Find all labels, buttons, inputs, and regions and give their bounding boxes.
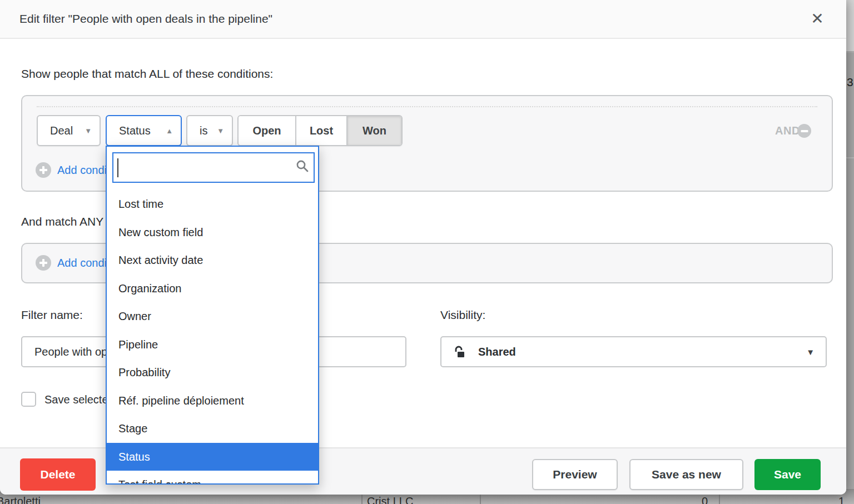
segment-option-open[interactable]: Open bbox=[239, 116, 296, 145]
background-cell-count2: 1 bbox=[838, 495, 845, 504]
preview-button[interactable]: Preview bbox=[532, 459, 618, 490]
visibility-selected-value: Shared bbox=[478, 346, 516, 358]
chevron-down-icon: ▼ bbox=[217, 127, 224, 135]
chevron-down-icon: ▼ bbox=[85, 127, 92, 135]
search-icon bbox=[296, 159, 309, 173]
filter-name-label: Filter name: bbox=[21, 308, 83, 322]
modal-header: Edit filter "People with open deals in t… bbox=[0, 0, 846, 39]
background-page-number: 3 bbox=[847, 76, 853, 89]
field-dropdown-item[interactable]: Pipeline bbox=[107, 331, 318, 359]
field-dropdown-list: Lost timeNew custom fieldNext activity d… bbox=[107, 190, 318, 485]
visibility-label: Visibility: bbox=[440, 308, 485, 322]
field-dropdown-item[interactable]: Organization bbox=[107, 275, 318, 303]
segment-option-lost[interactable]: Lost bbox=[296, 116, 347, 145]
close-icon[interactable]: ✕ bbox=[807, 9, 827, 29]
field-dropdown-item[interactable]: Status bbox=[107, 443, 318, 471]
condition-object-label: Deal bbox=[50, 124, 73, 137]
field-dropdown-item[interactable]: Next activity date bbox=[107, 246, 318, 275]
field-dropdown-item[interactable]: Owner bbox=[107, 302, 318, 331]
visibility-select[interactable]: Shared ▼ bbox=[440, 336, 827, 367]
and-operator-label: AND bbox=[775, 124, 800, 137]
drop-zone-indicator bbox=[37, 106, 817, 107]
plus-icon[interactable] bbox=[36, 162, 51, 178]
condition-field-label: Status bbox=[119, 124, 151, 137]
condition-operator-label: is bbox=[200, 124, 207, 137]
remove-condition-icon[interactable] bbox=[797, 124, 811, 138]
edit-filter-modal: Edit filter "People with open deals in t… bbox=[0, 0, 846, 495]
chevron-down-icon: ▼ bbox=[806, 347, 815, 357]
field-dropdown-item[interactable]: Stage bbox=[107, 415, 318, 443]
field-dropdown-item[interactable]: Probability bbox=[107, 358, 318, 387]
segment-option-won[interactable]: Won bbox=[347, 116, 401, 145]
field-dropdown-panel: Lost timeNew custom fieldNext activity d… bbox=[106, 146, 319, 485]
condition-operator-dropdown[interactable]: is ▼ bbox=[186, 115, 233, 146]
field-dropdown-item[interactable]: Test field custom bbox=[107, 471, 318, 485]
field-dropdown-item[interactable]: Réf. pipeline déploiement bbox=[107, 387, 318, 415]
plus-icon[interactable] bbox=[36, 255, 51, 271]
chevron-up-icon: ▲ bbox=[166, 127, 173, 135]
save-columns-checkbox[interactable] bbox=[21, 392, 36, 407]
text-cursor bbox=[117, 158, 118, 177]
modal-title: Edit filter "People with open deals in t… bbox=[19, 0, 272, 38]
match-all-heading: Show people that match ALL of these cond… bbox=[21, 67, 273, 81]
condition-field-dropdown[interactable]: Status ▲ bbox=[106, 115, 182, 146]
field-dropdown-item[interactable]: New custom field bbox=[107, 218, 318, 247]
background-cell-count1: 0 bbox=[702, 495, 708, 504]
save-as-new-button[interactable]: Save as new bbox=[629, 459, 743, 490]
background-cell-org: Crist LLC bbox=[367, 495, 413, 504]
status-value-segment: Open Lost Won bbox=[237, 115, 403, 146]
unlock-icon bbox=[454, 345, 466, 358]
field-dropdown-item[interactable]: Lost time bbox=[107, 190, 318, 218]
condition-object-dropdown[interactable]: Deal ▼ bbox=[37, 115, 101, 146]
delete-button[interactable]: Delete bbox=[20, 458, 96, 491]
field-search-input[interactable] bbox=[112, 152, 315, 183]
save-button[interactable]: Save bbox=[754, 459, 821, 490]
background-cell-person: Bartoletti bbox=[0, 495, 41, 504]
